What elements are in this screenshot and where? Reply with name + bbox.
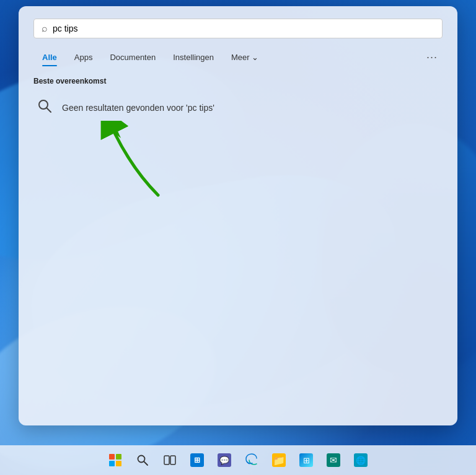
taskbar-widgets-button[interactable]: ⊞ — [185, 448, 209, 473]
svg-rect-6 — [164, 456, 169, 464]
taskbar: ⊞ 💬 📁 ⊞ ✉ 🌐 — [0, 445, 476, 475]
svg-rect-7 — [170, 456, 175, 464]
taskbar-store-button[interactable]: ⊞ — [294, 448, 319, 473]
search-input[interactable] — [53, 24, 434, 33]
more-options-button[interactable]: ··· — [421, 48, 443, 66]
no-results-row: Geen resultaten gevonden voor 'pc tips' — [33, 93, 443, 123]
mail-icon: ✉ — [327, 453, 340, 467]
widgets-icon: ⊞ — [190, 453, 204, 467]
taskview-icon — [164, 454, 176, 466]
svg-point-4 — [138, 456, 145, 463]
windows-logo-icon — [109, 454, 121, 466]
taskbar-mail-button[interactable]: ✉ — [321, 448, 346, 473]
search-icon: ⌕ — [42, 23, 48, 34]
explorer-icon: 📁 — [272, 453, 286, 467]
taskbar-explorer-button[interactable]: 📁 — [267, 448, 291, 473]
taskbar-start-button[interactable] — [103, 448, 128, 473]
store-icon: ⊞ — [299, 453, 313, 467]
no-results-text: Geen resultaten gevonden voor 'pc tips' — [62, 103, 214, 113]
filter-tabs: Alle Apps Documenten Instellingen Meer ⌄… — [33, 48, 443, 67]
svg-line-1 — [46, 108, 51, 112]
search-panel: ⌕ Alle Apps Documenten Instellingen Meer… — [19, 6, 457, 425]
tab-apps[interactable]: Apps — [66, 49, 102, 66]
taskbar-teams-button[interactable]: 💬 — [212, 448, 237, 473]
network-icon: 🌐 — [354, 453, 368, 467]
taskbar-search-button[interactable] — [130, 448, 155, 473]
tab-documenten[interactable]: Documenten — [101, 49, 164, 66]
no-results-search-icon — [36, 98, 53, 118]
section-header: Beste overeenkomst — [33, 77, 443, 85]
tab-instellingen[interactable]: Instellingen — [164, 49, 223, 66]
svg-line-5 — [144, 462, 148, 466]
taskbar-edge-button[interactable] — [239, 448, 264, 473]
chevron-down-icon: ⌄ — [252, 53, 258, 62]
search-taskbar-icon — [136, 454, 149, 466]
search-input-wrapper[interactable]: ⌕ — [33, 19, 443, 38]
edge-icon — [245, 453, 258, 467]
taskbar-taskview-button[interactable] — [157, 448, 182, 473]
taskbar-network-button[interactable]: 🌐 — [348, 448, 373, 473]
tab-meer[interactable]: Meer ⌄ — [223, 49, 267, 66]
teams-icon: 💬 — [218, 453, 231, 467]
tab-alle[interactable]: Alle — [33, 49, 66, 66]
